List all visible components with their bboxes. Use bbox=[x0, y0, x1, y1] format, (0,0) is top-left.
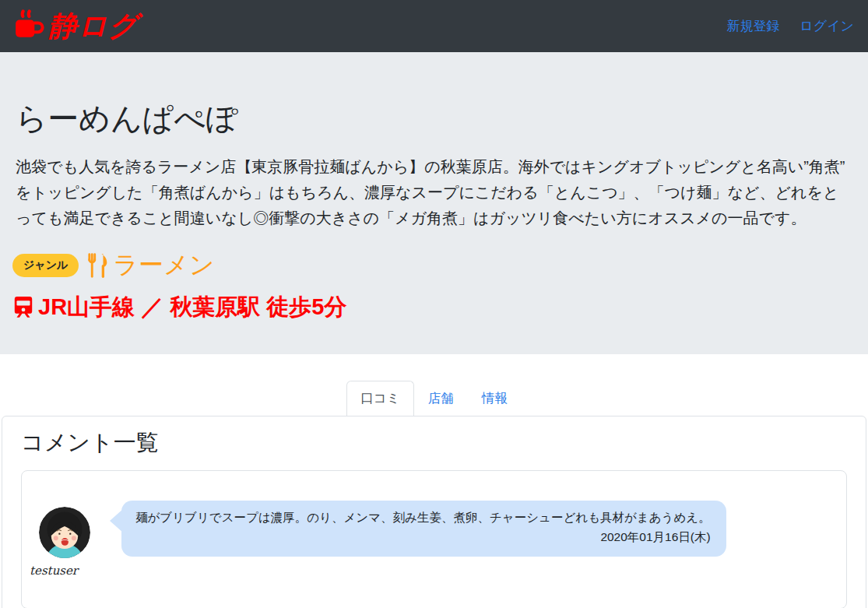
genre-badge: ジャンル bbox=[12, 254, 79, 277]
mug-hot-icon bbox=[11, 9, 47, 44]
access-text: JR山手線 ／ 秋葉原駅 徒歩5分 bbox=[38, 292, 346, 323]
genre-row: ジャンル ラーメン bbox=[12, 248, 852, 283]
shop-name: らーめんぱぺぽ bbox=[16, 97, 852, 140]
comment-body: 麺がブリブリでスープは濃厚。のり、メンマ、刻み生姜、煮卵、チャーシューどれも具材… bbox=[135, 508, 711, 528]
navbar-links: 新規登録 ログイン bbox=[726, 17, 854, 35]
tab-bar: 口コミ 店舗 情報 bbox=[0, 381, 868, 416]
commenter: testuser bbox=[28, 501, 100, 578]
signup-link[interactable]: 新規登録 bbox=[726, 17, 779, 35]
comment-bubble: 麺がブリブリでスープは濃厚。のり、メンマ、刻み生姜、煮卵、チャーシューどれも具材… bbox=[121, 501, 726, 557]
tab-store[interactable]: 店舗 bbox=[414, 381, 468, 416]
brand-title: 静ログ bbox=[48, 7, 143, 46]
login-link[interactable]: ログイン bbox=[799, 17, 854, 35]
brand-link[interactable]: 静ログ bbox=[11, 7, 143, 46]
access-row: JR山手線 ／ 秋葉原駅 徒歩5分 bbox=[11, 292, 852, 323]
utensils-icon bbox=[83, 251, 111, 279]
comments-title: コメント一覧 bbox=[21, 427, 847, 459]
shop-header: らーめんぱぺぽ 池袋でも人気を誇るラーメン店【東京豚骨拉麺ばんから】の秋葉原店。… bbox=[0, 52, 868, 354]
tab-info[interactable]: 情報 bbox=[468, 381, 522, 416]
tab-reviews[interactable]: 口コミ bbox=[346, 381, 413, 416]
commenter-name: testuser bbox=[30, 564, 78, 578]
comment-item: testuser 麺がブリブリでスープは濃厚。のり、メンマ、刻み生姜、煮卵、チャ… bbox=[21, 470, 847, 608]
comments-card: コメント一覧 bbox=[2, 416, 866, 608]
genre-value: ラーメン bbox=[113, 248, 214, 283]
train-icon bbox=[11, 295, 36, 320]
user-avatar bbox=[39, 507, 90, 558]
shop-description: 池袋でも人気を誇るラーメン店【東京豚骨拉麺ばんから】の秋葉原店。海外ではキングオ… bbox=[16, 154, 852, 231]
navbar: 静ログ 新規登録 ログイン bbox=[0, 0, 868, 52]
comment-date: 2020年01月16日(木) bbox=[135, 528, 711, 547]
